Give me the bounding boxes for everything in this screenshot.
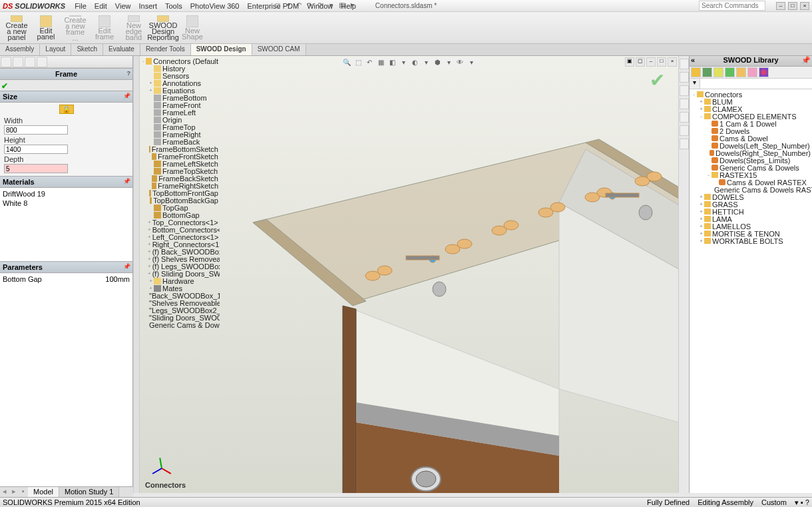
tree-node[interactable]: FrameRightSketch (141, 182, 218, 189)
library-node[interactable]: +HETTICH (691, 208, 811, 215)
menu-photoview-360[interactable]: PhotoView 360 (186, 2, 244, 10)
tree-node[interactable]: FrameBackSketch (141, 175, 218, 182)
tree-node[interactable]: "Shelves Removeable_S... (141, 299, 218, 306)
height-input[interactable] (4, 145, 68, 154)
feature-tree[interactable]: -Connectors (DefaultHistorySensors+Annot… (140, 56, 220, 482)
tree-node[interactable]: Generic Cams & Dowel... (141, 321, 218, 328)
library-node[interactable]: Cams & Dowel RASTEX (691, 179, 811, 186)
library-node[interactable]: -RASTEX15 (691, 171, 811, 179)
library-toolbar[interactable] (690, 67, 812, 79)
tree-node[interactable]: Origin (141, 116, 218, 123)
tree-node[interactable]: FrameTopSketch (141, 167, 218, 175)
library-node[interactable]: Dowels(Steps_Limits) (691, 157, 811, 164)
section-icon[interactable]: ▦ (376, 59, 385, 68)
tree-node[interactable]: TopBottomBackGap (141, 197, 218, 204)
parameters-header[interactable]: Parameters📌 (0, 261, 132, 273)
tree-node[interactable]: +(f) Legs_SWOODBox2_1... (141, 262, 218, 270)
quick-access-toolbar[interactable]: ◻▾↶↷⟳▾▤▾ (273, 1, 357, 11)
swood-tab-icon[interactable] (680, 59, 689, 69)
tree-node[interactable]: "Sliding Doors_SWOOD... (141, 314, 218, 321)
tree-node[interactable]: FrameLeftSketch (141, 160, 218, 167)
ribbon-create-a-new-panel[interactable]: Create a new panel (3, 13, 31, 43)
tree-node[interactable]: FrameBack (141, 138, 218, 145)
bottom-tab-motion-study-1[interactable]: Motion Study 1 (59, 487, 119, 497)
tree-node[interactable]: "Legs_SWOODBox2_1-1" (141, 306, 218, 314)
tree-node[interactable]: BottomGap (141, 211, 218, 219)
zoom-fit-icon[interactable]: 🔍 (342, 59, 351, 68)
tree-node[interactable]: +Right_Connectors<1> (... (141, 241, 218, 248)
library-node[interactable]: Dowels(Right_Step_Number) (691, 149, 811, 157)
display-style-icon[interactable]: ◧ (387, 59, 397, 68)
ribbon-edit-panel[interactable]: Edit panel (32, 13, 60, 43)
splitter-left[interactable] (133, 56, 140, 493)
materials-panel[interactable]: DriftWood 19White 8 (0, 188, 132, 261)
library-node[interactable]: +GRASS (691, 201, 811, 208)
size-header[interactable]: Size📌 (0, 91, 132, 103)
library-node[interactable]: +CLAMEX (691, 105, 811, 113)
width-input[interactable] (4, 125, 68, 135)
accept-icon[interactable]: ✔ (1, 81, 8, 91)
materials-header[interactable]: Materials📌 (0, 176, 132, 188)
tree-node[interactable]: +Hardware (141, 277, 218, 284)
tab-swood-design[interactable]: SWOOD Design (191, 44, 252, 55)
tree-node[interactable]: +Mates (141, 284, 218, 292)
param-row[interactable]: Bottom Gap100mm (3, 274, 130, 284)
tree-node[interactable]: TopBottomFrontGap (141, 189, 218, 197)
library-node[interactable]: 1 Cam & 1 Dowel (691, 120, 811, 127)
library-node[interactable]: +BLUM (691, 98, 811, 105)
view-orient-icon[interactable]: ⬢ (433, 59, 442, 68)
bottom-tab-model[interactable]: Model (28, 487, 59, 497)
tree-node[interactable]: Sensors (141, 72, 218, 79)
menu-view[interactable]: View (111, 2, 135, 10)
tree-node[interactable]: +(f) Shelves Removeable... (141, 255, 218, 262)
menu-insert[interactable]: Insert (134, 2, 161, 10)
library-node[interactable]: Generic Cams & Dowels RASTEX (691, 186, 811, 193)
parameters-panel[interactable]: Bottom Gap100mm (0, 273, 132, 493)
tree-node[interactable]: "Back_SWOODBox_12-1" (141, 292, 218, 299)
viewport-window-buttons[interactable]: ▣▢–□× (625, 57, 677, 67)
tab-assembly[interactable]: Assembly (0, 44, 40, 55)
library-node[interactable]: +MORTISE & TENON (691, 230, 811, 237)
tree-node[interactable]: +Annotations (141, 79, 218, 87)
tree-node[interactable]: FrameLeft (141, 109, 218, 116)
library-node[interactable]: +LAMA (691, 215, 811, 223)
library-node[interactable]: Cams & Dowel (691, 135, 811, 142)
maximize-button[interactable]: □ (788, 2, 797, 10)
pm-toolbar[interactable] (0, 56, 132, 68)
library-node[interactable]: +WORKTABLE BOLTS (691, 237, 811, 245)
ribbon-swood-design-reporting[interactable]: SWOOD Design Reporting (149, 13, 177, 43)
prev-view-icon[interactable]: ↶ (365, 59, 374, 68)
library-node[interactable]: Dowels(Left_Step_Number) (691, 142, 811, 149)
tree-node[interactable]: FrameRight (141, 131, 218, 138)
tab-render-tools[interactable]: Render Tools (140, 44, 191, 55)
library-node[interactable]: -COMPOSED ELEMENTS (691, 113, 811, 120)
tree-node[interactable]: FrameFrontSketch (141, 153, 218, 160)
tab-swood-cam[interactable]: SWOOD CAM (252, 44, 306, 55)
tree-node[interactable]: +Top_Connectors<1> (D... (141, 219, 218, 226)
library-node[interactable]: 2 Dowels (691, 127, 811, 135)
window-buttons[interactable]: –□× (776, 2, 809, 10)
tab-layout[interactable]: Layout (40, 44, 71, 55)
task-pane-tabs[interactable] (678, 56, 689, 493)
tree-node[interactable]: +(f) Sliding Doors_SWOO... (141, 270, 218, 277)
tree-node[interactable]: FrameBottom (141, 94, 218, 101)
heads-up-toolbar[interactable]: 🔍⬚ ↶▦ ◧▾ ◐▾ ⬢▾ 👁▾ (339, 57, 479, 69)
orientation-triad[interactable] (152, 453, 172, 473)
library-node[interactable]: +LAMELLOS (691, 223, 811, 230)
tree-node[interactable]: TopGap (141, 204, 218, 211)
hide-show-icon[interactable]: 👁 (455, 59, 465, 68)
menu-tools[interactable]: Tools (161, 2, 186, 10)
tree-node[interactable]: FrameTop (141, 123, 218, 131)
tab-evaluate[interactable]: Evaluate (103, 44, 140, 55)
graphics-viewport[interactable]: 🔍⬚ ↶▦ ◧▾ ◐▾ ⬢▾ 👁▾ ▣▢–□× ✔ (140, 56, 678, 493)
material-item[interactable]: White 8 (3, 199, 130, 208)
tree-node[interactable]: FrameFront (141, 101, 218, 109)
tree-node[interactable]: -Connectors (Default (141, 57, 218, 65)
tree-node[interactable]: +Equations (141, 87, 218, 94)
menu-file[interactable]: File (71, 2, 91, 10)
tree-node[interactable]: +(f) Back_SWOODBox_12... (141, 248, 218, 255)
close-button[interactable]: × (800, 2, 809, 10)
depth-input[interactable] (4, 164, 68, 173)
zoom-area-icon[interactable]: ⬚ (353, 59, 363, 68)
library-tree[interactable]: -Connectors+BLUM+CLAMEX-COMPOSED ELEMENT… (690, 89, 812, 493)
